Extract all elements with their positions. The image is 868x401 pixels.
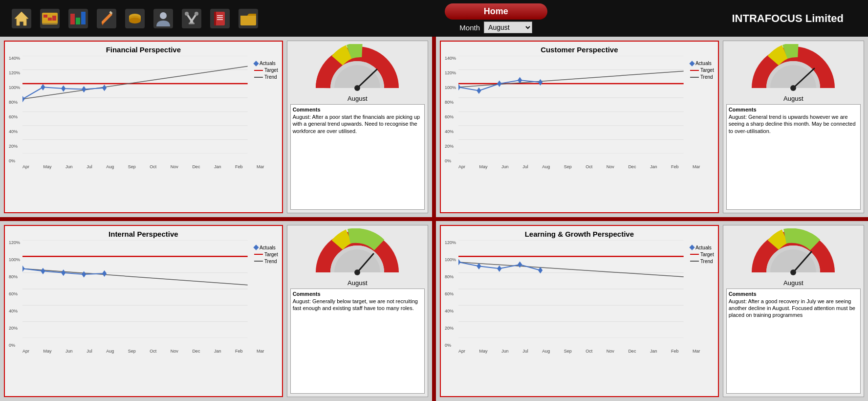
financial-svg-chart bbox=[22, 56, 248, 154]
customer-gauge-month: August bbox=[783, 95, 803, 102]
internal-svg-chart bbox=[22, 240, 248, 338]
customer-title: Customer Perspective bbox=[445, 45, 714, 54]
svg-rect-5 bbox=[48, 18, 52, 21]
financial-title: Financial Perspective bbox=[9, 45, 278, 54]
internal-chart-panel: Internal Perspective 120%100%80%60%40%20… bbox=[4, 225, 283, 398]
customer-svg-chart bbox=[458, 56, 684, 154]
quadrant-internal: Internal Perspective 120%100%80%60%40%20… bbox=[0, 221, 432, 401]
chart-icon[interactable] bbox=[66, 7, 90, 30]
internal-x-axis: AprMayJunJulAugSepOctNovDecJanFebMar bbox=[9, 349, 278, 354]
svg-marker-69 bbox=[538, 79, 542, 86]
quadrant-learning: Learning & Growth Perspective 120%100%80… bbox=[436, 221, 868, 401]
learning-legend: Actuals Target Trend bbox=[690, 245, 714, 264]
svg-rect-4 bbox=[43, 15, 47, 18]
home-button[interactable]: Home bbox=[445, 3, 547, 20]
svg-line-46 bbox=[22, 66, 248, 99]
svg-marker-67 bbox=[497, 81, 501, 87]
svg-marker-85 bbox=[82, 271, 86, 277]
pencil-icon[interactable] bbox=[95, 7, 118, 30]
svg-marker-86 bbox=[102, 270, 107, 276]
svg-point-27 bbox=[185, 12, 189, 16]
internal-gauge-svg bbox=[316, 228, 399, 277]
financial-y-axis: 140%120%100%80%60%40%20%0% bbox=[9, 56, 22, 163]
learning-gauge-svg bbox=[752, 228, 835, 277]
svg-point-72 bbox=[791, 86, 796, 90]
svg-point-89 bbox=[355, 270, 360, 275]
customer-y-axis: 140%120%100%80%60%40%20%0% bbox=[445, 56, 458, 163]
learning-gauge-month: August bbox=[783, 279, 803, 287]
topbar-center: Home Month AprilMayJuneJuly AugustSeptem… bbox=[266, 3, 726, 33]
internal-comments: Comments August: Generally below target,… bbox=[290, 289, 425, 394]
svg-rect-10 bbox=[76, 18, 80, 24]
svg-point-28 bbox=[195, 12, 198, 16]
book-icon[interactable] bbox=[208, 7, 232, 30]
internal-title: Internal Perspective bbox=[9, 230, 278, 238]
svg-marker-84 bbox=[61, 269, 65, 276]
internal-legend: Actuals Target Trend bbox=[254, 245, 278, 264]
svg-line-64 bbox=[458, 71, 684, 87]
coins-icon[interactable] bbox=[123, 7, 147, 30]
svg-rect-32 bbox=[214, 12, 216, 25]
learning-y-axis: 120%100%80%60%40%20%0% bbox=[445, 240, 458, 348]
financial-gauge-month: August bbox=[347, 95, 367, 102]
month-row: Month AprilMayJuneJuly AugustSeptemberOc… bbox=[459, 22, 532, 33]
svg-line-98 bbox=[458, 262, 684, 277]
svg-marker-48 bbox=[41, 84, 45, 90]
financial-chart-panel: Financial Perspective 140%120%100%80%60%… bbox=[4, 41, 283, 213]
svg-marker-99 bbox=[458, 259, 461, 265]
nav-icons bbox=[10, 7, 260, 30]
svg-point-54 bbox=[355, 86, 360, 90]
folder-icon[interactable] bbox=[237, 7, 260, 30]
dashboard-icon[interactable] bbox=[38, 7, 62, 30]
internal-y-axis: 120%100%80%60%40%20%0% bbox=[9, 240, 22, 348]
svg-rect-6 bbox=[52, 16, 56, 21]
svg-rect-24 bbox=[182, 9, 201, 28]
learning-x-axis: AprMayJunJulAugSepOctNovDecJanFebMar bbox=[445, 349, 714, 354]
svg-marker-66 bbox=[477, 88, 481, 94]
customer-x-axis: AprMayJunJulAugSepOctNovDecJanFebMar bbox=[445, 164, 714, 169]
month-select[interactable]: AprilMayJuneJuly AugustSeptemberOctober … bbox=[484, 22, 532, 33]
svg-marker-83 bbox=[41, 267, 45, 274]
customer-chart-panel: Customer Perspective 140%120%100%80%60%4… bbox=[440, 41, 719, 213]
learning-comments: Comments August: After a good recovery i… bbox=[726, 289, 861, 394]
svg-marker-103 bbox=[538, 267, 542, 273]
svg-marker-50 bbox=[82, 86, 86, 92]
month-label: Month bbox=[459, 23, 480, 32]
horizontal-divider bbox=[0, 217, 868, 221]
svg-marker-102 bbox=[518, 261, 522, 267]
topbar: Home Month AprilMayJuneJuly AugustSeptem… bbox=[0, 0, 868, 37]
svg-point-23 bbox=[160, 12, 167, 19]
financial-gauge-svg bbox=[316, 44, 399, 93]
svg-marker-101 bbox=[497, 265, 501, 271]
svg-line-81 bbox=[22, 268, 248, 285]
learning-svg-chart bbox=[458, 240, 684, 338]
quadrant-customer: Customer Perspective 140%120%100%80%60%4… bbox=[436, 37, 868, 217]
main-content: Financial Perspective 140%120%100%80%60%… bbox=[0, 37, 868, 401]
customer-comments: Comments August: General trend is upward… bbox=[726, 104, 861, 210]
financial-comments: Comments August: After a poor start the … bbox=[290, 104, 425, 210]
svg-rect-9 bbox=[70, 14, 75, 24]
customer-gauge-panel: August Comments August: General trend is… bbox=[723, 41, 864, 213]
svg-marker-51 bbox=[102, 85, 107, 91]
financial-legend: Actuals Target Trend bbox=[254, 61, 278, 80]
learning-title: Learning & Growth Perspective bbox=[445, 230, 714, 238]
customer-gauge-svg bbox=[752, 44, 835, 93]
app-title: INTRAFOCUS Limited bbox=[732, 12, 858, 25]
learning-gauge-panel: August Comments August: After a good rec… bbox=[723, 225, 864, 398]
financial-x-axis: AprMayJunJulAugSepOctNovDecJanFebMar bbox=[9, 164, 278, 169]
internal-gauge-panel: August Comments August: Generally below … bbox=[287, 225, 428, 398]
svg-marker-47 bbox=[22, 96, 25, 102]
svg-rect-11 bbox=[81, 12, 86, 24]
person-icon[interactable] bbox=[152, 7, 175, 30]
svg-point-106 bbox=[791, 270, 796, 275]
internal-gauge-month: August bbox=[347, 279, 367, 287]
learning-chart-panel: Learning & Growth Perspective 120%100%80… bbox=[440, 225, 719, 398]
svg-marker-49 bbox=[61, 86, 65, 92]
home-icon[interactable] bbox=[10, 7, 33, 30]
tools-icon[interactable] bbox=[180, 7, 203, 30]
customer-legend: Actuals Target Trend bbox=[690, 61, 714, 80]
svg-marker-65 bbox=[458, 84, 461, 90]
financial-gauge-panel: August Comments August: After a poor sta… bbox=[287, 41, 428, 213]
svg-marker-82 bbox=[22, 265, 25, 271]
svg-point-21 bbox=[129, 18, 141, 23]
